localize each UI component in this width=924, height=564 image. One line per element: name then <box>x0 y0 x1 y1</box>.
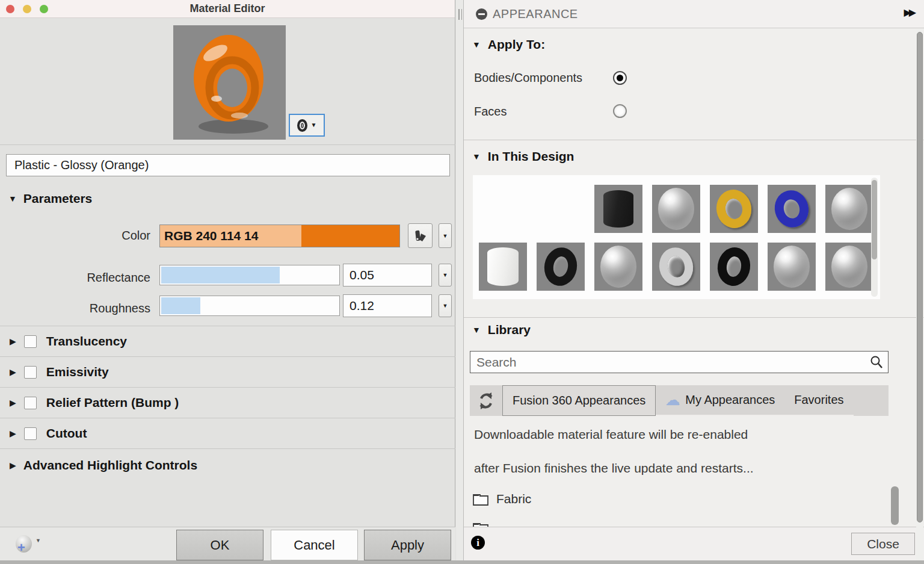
triangle-down-icon[interactable]: ▼ <box>472 40 481 49</box>
design-area-scrollbar[interactable] <box>871 178 878 297</box>
preview-shape-selector[interactable]: ▼ <box>289 114 325 137</box>
triangle-right-icon[interactable]: ▶ <box>10 429 16 438</box>
faces-radio[interactable] <box>613 104 627 118</box>
folder-label: Fabric <box>496 492 531 506</box>
fusion360-workspace: Material Editor ▼ ▼ Parameters Color <box>0 0 924 564</box>
triangle-down-icon[interactable]: ▼ <box>472 152 481 161</box>
color-swatches-icon <box>413 229 428 243</box>
drag-grip-icon[interactable] <box>458 9 462 20</box>
collapse-circle-minus-icon[interactable] <box>476 8 487 20</box>
material-preview-image <box>173 25 286 140</box>
info-icon[interactable]: i <box>471 536 485 550</box>
close-button[interactable]: Close <box>851 533 915 555</box>
torus-icon <box>297 119 307 132</box>
in-this-design-label: In This Design <box>488 149 574 164</box>
appearance-panel-footer: i Close <box>464 527 924 560</box>
roughness-options-dropdown[interactable]: ▼ <box>439 294 452 317</box>
scrollbar-thumb[interactable] <box>917 32 923 522</box>
advanced-highlight-section[interactable]: ▶ Advanced Highlight Controls <box>0 450 455 480</box>
thumbnail-chrome-swirl-torus[interactable] <box>652 243 700 291</box>
ok-button[interactable]: OK <box>176 530 263 560</box>
refresh-button[interactable] <box>470 385 502 416</box>
divider <box>464 317 924 318</box>
tab-label: Fusion 360 Appearances <box>513 394 645 408</box>
divider <box>464 140 924 140</box>
thumbnail-gold-swirl-torus[interactable] <box>710 185 758 233</box>
reflectance-value-field[interactable]: 0.05 <box>343 264 432 287</box>
appearance-panel-header[interactable]: APPEARANCE ▶▶ <box>464 0 924 28</box>
parameters-label: Parameters <box>23 191 92 206</box>
parameters-section-header[interactable]: ▼ Parameters <box>8 191 92 206</box>
add-material-button[interactable]: + ▼ <box>16 535 42 554</box>
chevron-down-icon: ▼ <box>311 122 317 128</box>
color-value-field[interactable]: RGB 240 114 14 <box>159 225 400 247</box>
tab-my-appearances[interactable]: ☁ My Appearances <box>656 385 784 416</box>
color-options-dropdown[interactable]: ▼ <box>439 223 452 248</box>
tab-fusion-360-appearances[interactable]: Fusion 360 Appearances <box>502 385 656 416</box>
roughness-value-field[interactable]: 0.12 <box>343 294 432 317</box>
thumbnail-white-cylinder[interactable] <box>479 243 527 291</box>
material-editor-footer: + ▼ OK Cancel Apply <box>0 527 455 560</box>
chevron-down-icon: ▼ <box>443 233 448 239</box>
thumbnail-silver-sphere[interactable] <box>652 185 700 233</box>
bodies-components-radio[interactable] <box>613 71 627 85</box>
thumbnail-silver-sphere[interactable] <box>594 243 642 291</box>
refresh-icon <box>475 390 497 412</box>
thumbnail-black-glossy-torus[interactable] <box>710 243 758 291</box>
thumbnail-black-matte-torus[interactable] <box>537 243 585 291</box>
window-titlebar[interactable]: Material Editor <box>0 0 455 18</box>
appearance-panel-scrollbar[interactable] <box>916 29 923 560</box>
triangle-right-icon[interactable]: ▶ <box>10 398 16 407</box>
library-notice-line2: after Fusion finishes the live update an… <box>474 461 754 476</box>
color-swatches-button[interactable] <box>408 223 433 248</box>
triangle-down-icon[interactable]: ▼ <box>472 326 481 334</box>
thumbnail-row <box>479 185 873 233</box>
thumbnail-silver-sphere[interactable] <box>825 243 873 291</box>
thumbnail-silver-sphere[interactable] <box>768 243 816 291</box>
in-this-design-section-header[interactable]: ▼ In This Design <box>472 149 574 164</box>
color-label: Color <box>0 229 150 243</box>
emissivity-checkbox[interactable] <box>24 366 37 379</box>
advanced-highlight-label: Advanced Highlight Controls <box>23 458 197 473</box>
translucency-section[interactable]: ▶ Translucency <box>0 326 455 356</box>
cancel-button[interactable]: Cancel <box>271 530 358 560</box>
triangle-right-icon[interactable]: ▶ <box>10 337 16 346</box>
search-input[interactable] <box>470 351 889 373</box>
thumbnail-black-cylinder[interactable] <box>594 185 642 233</box>
triangle-right-icon[interactable]: ▶ <box>10 461 16 469</box>
translucency-checkbox[interactable] <box>24 335 37 348</box>
library-section-header[interactable]: ▼ Library <box>472 323 531 337</box>
relief-pattern-section[interactable]: ▶ Relief Pattern (Bump ) <box>0 388 455 418</box>
panel-divider[interactable] <box>456 0 463 560</box>
roughness-label: Roughness <box>0 302 150 315</box>
thumbnail-blue-torus[interactable] <box>768 185 816 233</box>
roughness-slider[interactable] <box>159 296 340 316</box>
scrollbar-thumb[interactable] <box>872 180 877 259</box>
emissivity-label: Emissivity <box>46 365 109 379</box>
thumbnail-silver-sphere[interactable] <box>825 185 873 233</box>
reflectance-label: Reflectance <box>0 271 150 285</box>
cutout-label: Cutout <box>46 426 87 441</box>
cutout-section[interactable]: ▶ Cutout <box>0 418 455 448</box>
chevron-down-icon: ▼ <box>35 538 41 544</box>
library-folder-fabric[interactable]: Fabric <box>472 491 531 507</box>
cutout-checkbox[interactable] <box>24 427 37 440</box>
library-scrollbar-thumb[interactable] <box>891 486 899 525</box>
tab-favorites[interactable]: Favorites <box>784 385 853 416</box>
triangle-down-icon[interactable]: ▼ <box>8 194 17 203</box>
panel-title: APPEARANCE <box>493 7 578 21</box>
material-editor-window: Material Editor ▼ ▼ Parameters Color <box>0 0 455 560</box>
reflectance-options-dropdown[interactable]: ▼ <box>439 264 452 287</box>
appearance-panel: APPEARANCE ▶▶ ▼ Apply To: Bodies/Compone… <box>463 0 924 560</box>
faces-label: Faces <box>474 105 507 119</box>
color-rgb-text: RGB 240 114 14 <box>160 225 301 247</box>
reflectance-slider[interactable] <box>159 265 340 285</box>
relief-pattern-checkbox[interactable] <box>24 397 37 409</box>
double-arrow-right-icon[interactable]: ▶▶ <box>904 7 914 18</box>
apply-button[interactable]: Apply <box>364 530 451 560</box>
search-icon[interactable] <box>869 355 884 370</box>
apply-to-section-header[interactable]: ▼ Apply To: <box>472 37 545 52</box>
triangle-right-icon[interactable]: ▶ <box>10 368 16 376</box>
material-name-input[interactable] <box>6 154 450 176</box>
emissivity-section[interactable]: ▶ Emissivity <box>0 357 455 387</box>
